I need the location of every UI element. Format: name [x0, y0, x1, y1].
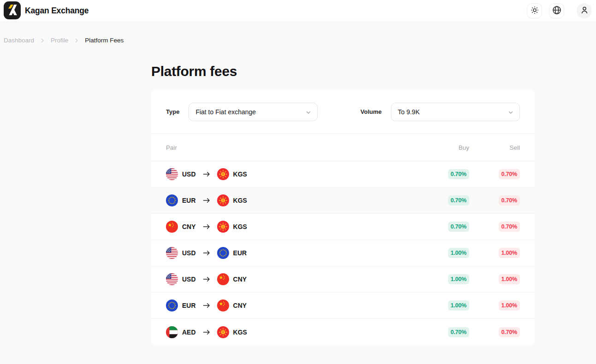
- flag-kg-icon: [217, 326, 229, 338]
- breadcrumb: Dashboard Profile Platform Fees: [0, 22, 596, 44]
- flag-us-icon: [166, 273, 178, 285]
- buy-fee-badge: 0.70%: [448, 195, 469, 205]
- sell-fee-badge: 0.70%: [499, 327, 520, 337]
- table-row[interactable]: EURKGS0.70%0.70%: [151, 188, 535, 214]
- from-currency-code: USD: [182, 170, 196, 178]
- sell-fee-badge: 1.00%: [499, 274, 520, 284]
- table-row[interactable]: USDEUR1.00%1.00%: [151, 240, 535, 266]
- chevron-down-icon: [507, 109, 514, 117]
- fees-table-body: USDKGS0.70%0.70%EURKGS0.70%0.70%CNYKGS0.…: [151, 161, 535, 345]
- language-button[interactable]: [549, 3, 564, 18]
- from-currency-code: CNY: [182, 223, 196, 230]
- from-currency-code: EUR: [182, 302, 196, 309]
- buy-fee-cell: 0.70%: [419, 327, 469, 337]
- table-row[interactable]: USDCNY1.00%1.00%: [151, 266, 535, 293]
- sell-fee-cell: 1.00%: [469, 248, 520, 258]
- pair-cell: EURKGS: [166, 194, 419, 206]
- arrow-right-icon: [203, 171, 210, 177]
- sell-fee-badge: 1.00%: [499, 248, 520, 258]
- flag-us-icon: [166, 168, 178, 180]
- type-select[interactable]: Fiat to Fiat exchange: [189, 103, 318, 121]
- arrow-right-icon: [203, 198, 210, 203]
- pair-cell: USDKGS: [166, 168, 419, 180]
- table-row[interactable]: EURCNY1.00%1.00%: [151, 293, 535, 319]
- from-currency-code: EUR: [182, 197, 196, 204]
- brand-name: Kagan Exchange: [25, 6, 89, 16]
- sell-fee-cell: 0.70%: [469, 222, 520, 232]
- chevron-right-icon: [40, 38, 45, 43]
- breadcrumb-dashboard[interactable]: Dashboard: [4, 37, 34, 44]
- page-title: Platform fees: [151, 64, 535, 79]
- flag-eu-icon: [217, 247, 229, 259]
- to-currency-code: KGS: [233, 223, 247, 230]
- arrow-right-icon: [203, 224, 210, 229]
- volume-select[interactable]: To 9.9K: [391, 103, 520, 121]
- theme-toggle-button[interactable]: [527, 3, 542, 18]
- pair-cell: EURCNY: [166, 299, 419, 311]
- table-row[interactable]: AEDKGS0.70%0.70%: [151, 319, 535, 345]
- pair-cell: AEDKGS: [166, 326, 419, 338]
- flag-kg-icon: [217, 168, 229, 180]
- user-icon: [580, 6, 589, 16]
- flag-ae-icon: [166, 326, 178, 338]
- column-header-sell: Sell: [469, 144, 520, 151]
- to-currency-code: CNY: [233, 302, 247, 309]
- fees-card: Type Fiat to Fiat exchange Volume To 9.9…: [151, 90, 535, 345]
- breadcrumb-profile[interactable]: Profile: [51, 37, 68, 44]
- main-content: Platform fees Type Fiat to Fiat exchange…: [151, 64, 535, 345]
- flag-kg-icon: [217, 194, 229, 206]
- buy-fee-cell: 1.00%: [419, 274, 469, 284]
- type-filter-group: Type Fiat to Fiat exchange: [166, 103, 318, 121]
- arrow-right-icon: [203, 250, 210, 256]
- buy-fee-badge: 1.00%: [448, 248, 469, 258]
- sell-fee-badge: 1.00%: [499, 300, 520, 311]
- sell-fee-badge: 0.70%: [499, 169, 520, 179]
- sell-fee-cell: 0.70%: [469, 169, 520, 179]
- kagan-k-icon: [4, 1, 21, 20]
- buy-fee-cell: 1.00%: [419, 300, 469, 311]
- buy-fee-cell: 0.70%: [419, 222, 469, 232]
- table-row[interactable]: CNYKGS0.70%0.70%: [151, 214, 535, 240]
- volume-select-value: To 9.9K: [398, 108, 419, 116]
- flag-cn-icon: [217, 273, 229, 285]
- table-row[interactable]: USDKGS0.70%0.70%: [151, 161, 535, 188]
- to-currency-code: KGS: [233, 329, 247, 336]
- pair-cell: USDCNY: [166, 273, 419, 285]
- type-filter-label: Type: [166, 108, 179, 115]
- filters-bar: Type Fiat to Fiat exchange Volume To 9.9…: [151, 90, 535, 134]
- buy-fee-badge: 0.70%: [448, 169, 469, 179]
- buy-fee-badge: 1.00%: [448, 300, 469, 311]
- flag-eu-icon: [166, 299, 178, 311]
- column-header-pair: Pair: [166, 144, 419, 151]
- pair-cell: CNYKGS: [166, 221, 419, 233]
- to-currency-code: KGS: [233, 197, 247, 204]
- sell-fee-cell: 0.70%: [469, 327, 520, 337]
- brand-logo[interactable]: [4, 2, 21, 19]
- arrow-right-icon: [203, 329, 210, 335]
- top-bar: Kagan Exchange: [0, 0, 596, 22]
- buy-fee-badge: 0.70%: [448, 327, 469, 337]
- arrow-right-icon: [203, 276, 210, 282]
- to-currency-code: CNY: [233, 276, 247, 283]
- buy-fee-cell: 0.70%: [419, 169, 469, 179]
- column-header-buy: Buy: [419, 144, 469, 151]
- top-actions: [527, 3, 592, 18]
- flag-cn-icon: [166, 221, 178, 233]
- from-currency-code: AED: [182, 329, 196, 336]
- to-currency-code: EUR: [233, 249, 247, 257]
- buy-fee-badge: 0.70%: [448, 222, 469, 232]
- chevron-down-icon: [305, 109, 312, 117]
- buy-fee-cell: 1.00%: [419, 248, 469, 258]
- globe-icon: [552, 6, 561, 16]
- to-currency-code: KGS: [233, 170, 247, 178]
- flag-us-icon: [166, 247, 178, 259]
- from-currency-code: USD: [182, 276, 196, 283]
- buy-fee-badge: 1.00%: [448, 274, 469, 284]
- volume-filter-label: Volume: [360, 108, 382, 115]
- flag-cn-icon: [217, 299, 229, 311]
- sun-icon: [531, 6, 539, 16]
- fees-table-header: Pair Buy Sell: [151, 134, 535, 161]
- buy-fee-cell: 0.70%: [419, 195, 469, 205]
- sell-fee-cell: 0.70%: [469, 195, 520, 205]
- profile-button[interactable]: [577, 3, 592, 18]
